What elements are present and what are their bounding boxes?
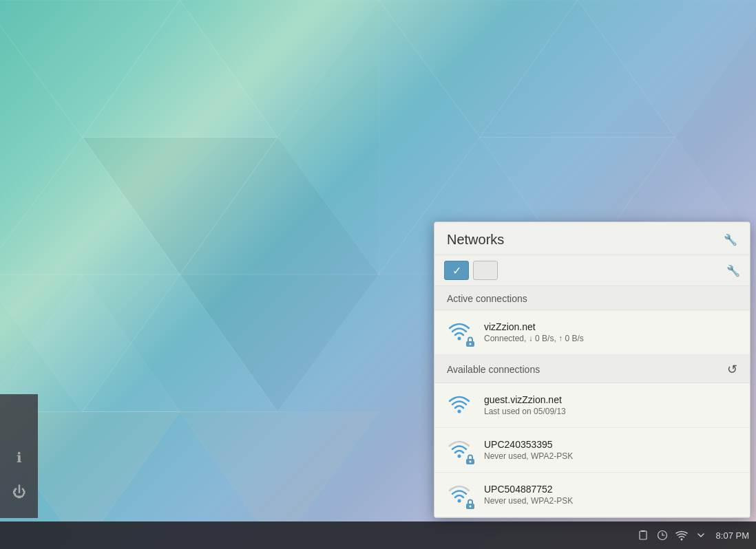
svg-point-23 — [470, 343, 472, 345]
sidebar-item-info[interactable]: ℹ — [7, 445, 32, 470]
available-connections-header: Available connections ↺ — [434, 355, 750, 383]
network-info-0: guest.vizZzion.net Last used on 05/09/13 — [484, 394, 737, 416]
lock-icon-2 — [465, 499, 476, 510]
info-icon: ℹ — [17, 449, 22, 466]
network-info-2: UPC504887752 Never used, WPA2-PSK — [484, 484, 737, 506]
lock-icon — [465, 336, 476, 347]
networks-panel: Networks 🔧 ✓ 🔧 Active connections — [434, 222, 750, 518]
network-icon-wrap-1 — [447, 436, 474, 464]
network-info-1: UPC240353395 Never used, WPA2-PSK — [484, 439, 737, 461]
svg-point-21 — [458, 337, 461, 341]
power-icon: ⏻ — [12, 484, 26, 500]
taskbar-clock-icon[interactable] — [655, 528, 669, 542]
svg-point-30 — [470, 506, 472, 508]
network-icon-wrap — [447, 319, 474, 346]
network-name-0: guest.vizZzion.net — [484, 394, 737, 405]
network-info: vizZzion.net Connected, ↓ 0 B/s, ↑ 0 B/s — [484, 321, 737, 343]
taskbar-time: 8:07 PM — [716, 530, 749, 541]
active-connections-label: Active connections — [447, 293, 527, 304]
sidebar: ℹ ⏻ — [0, 394, 38, 518]
tab-settings-icon[interactable]: 🔧 — [726, 264, 740, 277]
network-name-2: UPC504887752 — [484, 484, 737, 495]
network-name: vizZzion.net — [484, 321, 737, 332]
taskbar: 8:07 PM — [0, 521, 756, 549]
lock-icon-1 — [465, 454, 476, 465]
network-item-available-2[interactable]: UPC504887752 Never used, WPA2-PSK — [434, 473, 750, 517]
panel-header: Networks 🔧 — [434, 222, 750, 255]
refresh-icon[interactable]: ↺ — [727, 362, 737, 377]
network-detail-2: Never used, WPA2-PSK — [484, 496, 737, 506]
panel-wrench-icon[interactable]: 🔧 — [724, 233, 737, 246]
network-detail: Connected, ↓ 0 B/s, ↑ 0 B/s — [484, 334, 737, 343]
svg-point-28 — [458, 499, 461, 503]
svg-rect-32 — [641, 530, 645, 532]
svg-point-27 — [470, 461, 472, 463]
network-detail-0: Last used on 05/09/13 — [484, 407, 737, 416]
svg-rect-31 — [640, 531, 647, 539]
taskbar-wifi-icon[interactable] — [675, 528, 689, 542]
taskbar-chevron-icon[interactable] — [694, 528, 708, 542]
active-connections-header: Active connections — [434, 286, 750, 310]
network-icon-wrap-2 — [447, 481, 474, 508]
sidebar-item-power[interactable]: ⏻ — [7, 480, 32, 504]
network-item-active-0[interactable]: vizZzion.net Connected, ↓ 0 B/s, ↑ 0 B/s — [434, 310, 750, 355]
network-item-available-1[interactable]: UPC240353395 Never used, WPA2-PSK — [434, 428, 750, 473]
panel-title: Networks — [447, 232, 504, 248]
panel-tabs: ✓ 🔧 — [434, 255, 750, 286]
svg-point-24 — [458, 410, 461, 413]
panel-content[interactable]: Active connections viz — [434, 286, 750, 517]
taskbar-clipboard-icon[interactable] — [636, 528, 650, 542]
svg-point-36 — [680, 539, 682, 541]
check-icon: ✓ — [452, 264, 461, 277]
tab-wired[interactable] — [473, 261, 498, 280]
wifi-signal-icon-0 — [447, 391, 472, 416]
network-icon-wrap-0 — [447, 391, 474, 419]
svg-point-25 — [458, 455, 461, 458]
tab-wifi[interactable]: ✓ — [444, 261, 469, 280]
network-detail-1: Never used, WPA2-PSK — [484, 451, 737, 461]
network-item-available-0[interactable]: guest.vizZzion.net Last used on 05/09/13 — [434, 383, 750, 428]
available-connections-label: Available connections — [447, 364, 540, 375]
network-name-1: UPC240353395 — [484, 439, 737, 450]
